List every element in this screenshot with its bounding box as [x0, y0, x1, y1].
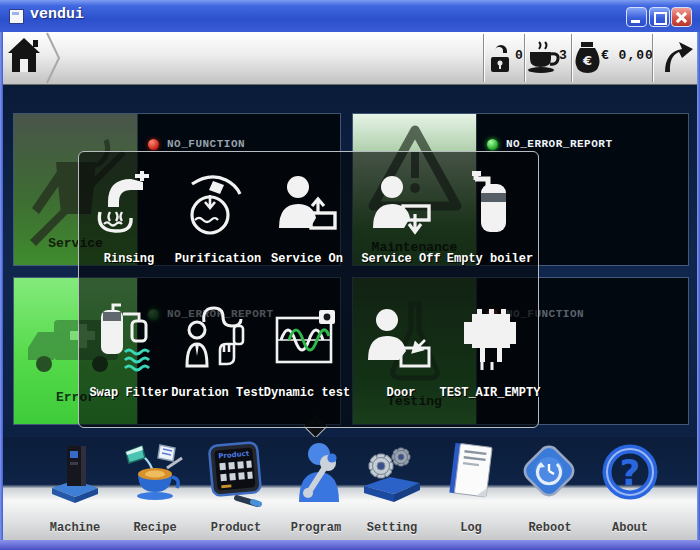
machine-block-icon	[452, 302, 528, 378]
window-border-left	[0, 32, 3, 540]
minimize-icon	[631, 20, 640, 23]
svg-text:€: €	[582, 53, 592, 68]
menu-item-dynamic-test[interactable]: Dynamic test	[263, 298, 351, 420]
dock-item-machine[interactable]: Machine	[35, 437, 115, 540]
lock-count: 0	[515, 48, 523, 63]
menu-item-test-air-empty[interactable]: TEST_AIR_EMPTY	[446, 298, 534, 420]
cup-button[interactable]	[527, 40, 561, 76]
program-popup-menu: Rinsing Purification Service On	[78, 151, 539, 428]
question-ring-icon: ?	[596, 440, 664, 510]
status-dot-red-icon	[148, 139, 159, 150]
boiler-icon	[454, 170, 526, 242]
service-status-text: NO_FUNCTION	[167, 138, 245, 150]
redo-button[interactable]	[657, 38, 697, 78]
credit-button[interactable]: €	[575, 41, 601, 75]
reboot-clock-icon	[516, 440, 584, 510]
close-button[interactable]	[671, 7, 692, 27]
menu-item-purification[interactable]: Purification	[174, 164, 262, 286]
titlebar: vendui	[0, 0, 700, 32]
home-icon	[8, 38, 40, 72]
maintenance-status-text: NO_ERROR_REPORT	[506, 138, 613, 150]
dock-item-reboot[interactable]: Reboot	[510, 437, 590, 540]
app-icon	[9, 9, 24, 24]
dock-item-log[interactable]: Log	[431, 437, 511, 540]
money-bag-icon: €	[576, 42, 600, 73]
person-box-down-icon	[365, 170, 437, 242]
maximize-icon	[654, 12, 667, 25]
window-border-bottom	[0, 540, 700, 550]
person-box-up-icon	[271, 170, 343, 242]
menu-item-rinsing[interactable]: Rinsing	[85, 164, 173, 286]
curved-arrow-icon	[665, 42, 693, 72]
dock-item-recipe[interactable]: Recipe	[115, 437, 195, 540]
filter-waves-icon	[91, 302, 167, 378]
dock-item-product[interactable]: Product Product	[196, 437, 276, 540]
menu-item-swap-filter[interactable]: Swap Filter	[85, 298, 173, 420]
gears-icon	[358, 440, 426, 510]
dock-item-setting[interactable]: Setting	[352, 437, 432, 540]
menu-item-empty-boiler[interactable]: Empty boiler	[446, 164, 534, 286]
menu-item-door[interactable]: Door	[357, 298, 445, 420]
toolbar: 0 3 € € 0,00	[3, 32, 697, 85]
vendui-window: vendui 0	[0, 0, 700, 550]
menu-item-service-on[interactable]: Service On	[263, 164, 351, 286]
coffee-cup-icon	[528, 42, 558, 73]
purification-icon	[180, 169, 256, 243]
faucet-rinse-icon	[93, 170, 165, 242]
minimize-button[interactable]	[626, 7, 647, 27]
credit-amount: € 0,00	[601, 48, 654, 63]
vending-machine-icon	[42, 440, 108, 510]
lock-button[interactable]	[489, 42, 515, 76]
person-wrench-icon	[283, 440, 349, 510]
home-button[interactable]	[7, 32, 67, 84]
svg-text:?: ?	[620, 452, 641, 493]
unlocked-padlock-icon	[491, 45, 509, 72]
maximize-button[interactable]	[649, 7, 670, 27]
menu-item-duration-test[interactable]: Duration Test	[174, 298, 262, 420]
notepad-icon	[439, 440, 503, 510]
menu-item-service-off[interactable]: Service Off	[357, 164, 445, 286]
person-cable-hand-icon	[180, 302, 256, 378]
cup-count: 3	[559, 48, 567, 63]
dock-item-program[interactable]: Program	[276, 437, 356, 540]
sine-scope-icon	[269, 304, 345, 376]
person-door-icon	[363, 304, 439, 376]
window-title: vendui	[30, 6, 84, 23]
product-panel-icon: Product	[201, 440, 271, 510]
coffee-cup-icon	[120, 440, 190, 510]
dock: Machine Recipe	[3, 437, 697, 540]
dock-item-about[interactable]: ? About	[590, 437, 670, 540]
status-dot-green-icon	[487, 139, 498, 150]
breadcrumb-chevron-icon	[47, 33, 59, 83]
